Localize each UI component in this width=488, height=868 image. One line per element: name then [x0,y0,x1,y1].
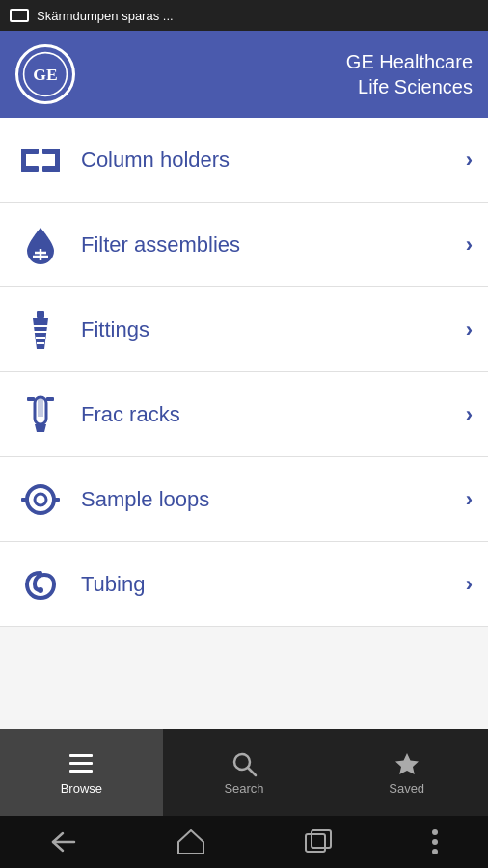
menu-label-sample-loops: Sample loops [81,487,466,512]
svg-rect-25 [54,498,60,502]
app-header: GE GE HealthcareLife Sciences [0,31,488,118]
status-bar-icon [10,9,29,22]
fittings-icon [15,305,66,355]
status-bar-text: Skärmdumpen sparas ... [37,9,174,23]
column-holders-icon [15,135,66,185]
menu-item-sample-loops[interactable]: Sample loops › [0,457,488,542]
bottom-nav: Browse Search Saved [0,729,488,816]
frac-racks-icon [15,390,66,440]
svg-text:GE: GE [33,65,57,84]
chevron-icon-fittings: › [466,317,473,342]
svg-rect-35 [306,834,325,852]
svg-rect-24 [21,498,27,502]
svg-rect-36 [312,830,331,848]
menu-label-frac-racks: Frac racks [81,402,466,427]
svg-point-39 [432,849,438,854]
svg-point-37 [432,829,438,835]
saved-icon [393,750,420,777]
nav-item-browse[interactable]: Browse [0,729,163,816]
svg-point-22 [27,486,54,513]
svg-rect-20 [46,397,54,401]
svg-point-23 [35,494,46,505]
tubing-icon [15,559,66,610]
svg-rect-28 [69,762,93,765]
menu-label-tubing: Tubing [81,572,466,597]
svg-rect-29 [69,770,93,773]
status-bar: Skärmdumpen sparas ... [0,0,488,31]
nav-item-search[interactable]: Search [163,729,326,816]
menu-label-column-holders: Column holders [81,148,466,173]
search-icon [230,750,258,777]
svg-point-38 [432,839,438,845]
svg-rect-4 [21,166,39,172]
menu-item-frac-racks[interactable]: Frac racks › [0,372,488,457]
header-title: GE HealthcareLife Sciences [346,49,473,99]
browse-icon [68,750,95,777]
svg-marker-32 [395,753,419,774]
android-system-bar [0,816,488,868]
ge-logo-svg: GE [22,51,68,97]
svg-rect-7 [42,166,60,172]
svg-line-31 [248,768,256,775]
recent-apps-button[interactable] [304,828,333,855]
svg-marker-21 [35,424,46,432]
svg-marker-12 [33,318,48,349]
chevron-icon-tubing: › [466,572,473,597]
svg-rect-27 [69,754,93,757]
svg-rect-11 [37,311,44,318]
more-options-button[interactable] [431,828,439,855]
back-button[interactable] [49,830,78,854]
nav-label-search: Search [224,781,263,796]
ge-logo: GE [15,44,75,104]
svg-rect-19 [27,397,35,401]
chevron-icon-filter-assemblies: › [466,232,473,258]
nav-item-saved[interactable]: Saved [325,729,488,816]
chevron-icon-frac-racks: › [466,402,473,427]
svg-marker-34 [178,830,203,854]
menu-list: Column holders › Filter assemblies › [0,118,488,729]
menu-label-filter-assemblies: Filter assemblies [81,232,466,258]
filter-assemblies-icon [15,220,66,270]
chevron-icon-column-holders: › [466,148,473,173]
nav-label-browse: Browse [61,781,102,796]
sample-loops-icon [15,475,66,525]
nav-label-saved: Saved [389,781,424,796]
svg-rect-18 [38,397,43,417]
menu-item-tubing[interactable]: Tubing › [0,542,488,627]
menu-item-column-holders[interactable]: Column holders › [0,118,488,203]
svg-point-26 [38,587,43,593]
chevron-icon-sample-loops: › [466,487,473,512]
menu-item-fittings[interactable]: Fittings › [0,287,488,372]
menu-item-filter-assemblies[interactable]: Filter assemblies › [0,203,488,287]
menu-label-fittings: Fittings [81,317,466,342]
home-button[interactable] [176,828,205,855]
